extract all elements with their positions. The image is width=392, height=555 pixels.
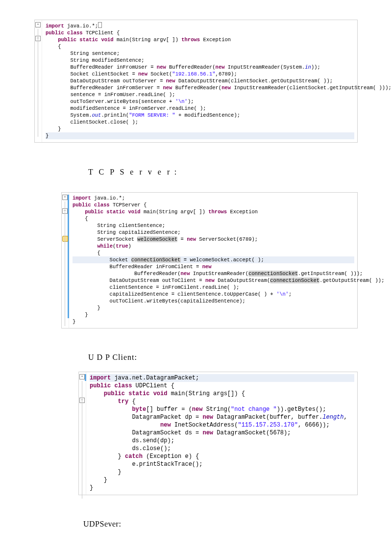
warning-icon bbox=[62, 236, 68, 242]
code-line: import java.net.DatagramPacket; bbox=[90, 374, 354, 382]
code-line: new InetSocketAddress("115.157.253.170",… bbox=[90, 421, 354, 429]
code-line: } bbox=[46, 132, 354, 139]
code-line: try { bbox=[90, 398, 354, 405]
heading-udpclient: U D P Client: bbox=[88, 353, 358, 362]
code-line: e.printStackTrace(); bbox=[90, 460, 354, 468]
heading-udpserver: UDPSever: bbox=[83, 520, 358, 529]
code-line: String modifiedSentence; bbox=[46, 57, 354, 64]
code-line: Socket connectionSocket = welcomeSocket.… bbox=[73, 256, 354, 263]
code-line: String clientSentence; bbox=[73, 222, 354, 229]
code-panel-udpclient: + − import java.net.DatagramPacket;publi… bbox=[78, 372, 358, 495]
code-line: outToServer.writeBytes(sentence + '\n'); bbox=[46, 98, 354, 105]
code-line: import java.io.*; bbox=[46, 22, 354, 29]
heading-tcpserver: T C P S e r v e r： bbox=[88, 167, 358, 177]
code-line: } bbox=[90, 468, 354, 476]
code-line: System.out.println("FORM SERVER: " + mod… bbox=[46, 112, 354, 119]
code-line: ds.close(); bbox=[90, 445, 354, 453]
code-line: public class UDPClient { bbox=[90, 382, 354, 390]
code-block-3: import java.net.DatagramPacket;public cl… bbox=[79, 372, 357, 495]
code-line: } bbox=[73, 304, 354, 311]
code-panel-tcpclient: + − import java.io.*;public class TCPCli… bbox=[34, 20, 358, 143]
code-block-2: import java.io.*;public class TCPServer … bbox=[62, 193, 357, 328]
code-line: public class TCPClient { bbox=[46, 29, 354, 36]
fold-plus-icon[interactable]: + bbox=[79, 374, 85, 379]
code-line: while(true) bbox=[73, 243, 354, 250]
code-line: byte[] buffer = (new String("not change … bbox=[90, 405, 354, 413]
code-line: modifiedSentence = inFromServer.readLine… bbox=[46, 105, 354, 112]
code-line: } bbox=[73, 311, 354, 318]
code-line: } bbox=[90, 484, 354, 492]
code-line: String capitalizedSentence; bbox=[73, 229, 354, 236]
code-line: import java.io.*; bbox=[73, 195, 354, 202]
code-line: } bbox=[90, 476, 354, 484]
code-line: DatagramPacket dp = new DatagramPacket(b… bbox=[90, 413, 354, 421]
code-line: outToClient.writeBytes(capitalizedSenten… bbox=[73, 298, 354, 304]
code-line: BufferedReader(new InputStreamReader(con… bbox=[73, 270, 354, 277]
code-line: { bbox=[73, 215, 354, 222]
code-line: DataOutputStream outToServer = new DataO… bbox=[46, 77, 354, 84]
code-line: public class TCPServer { bbox=[73, 202, 354, 208]
code-line: public static void main(String argv[ ]) … bbox=[46, 36, 354, 43]
code-line: { bbox=[73, 250, 354, 256]
code-line: capitalizedSentence = clientSentence.toU… bbox=[73, 291, 354, 298]
code-line: clientSocket.close( ); bbox=[46, 119, 354, 126]
document-page: + − import java.io.*;public class TCPCli… bbox=[0, 0, 392, 555]
code-panel-tcpserver: + − import java.io.*;public class TCPSer… bbox=[61, 192, 358, 328]
code-line: Socket clientSocket = new Socket("192.16… bbox=[46, 71, 354, 77]
code-line: clientSentence = inFromCilent.readLine( … bbox=[73, 284, 354, 291]
code-line: sentence = inFromUser.readLine( ); bbox=[46, 91, 354, 98]
code-line: public static void main(String args[]) { bbox=[90, 390, 354, 398]
code-line: DatagramSocket ds = new DatagramSocket(5… bbox=[90, 429, 354, 437]
code-line: String sentence; bbox=[46, 50, 354, 57]
code-line: ServerSocket welcomeSocket = new ServerS… bbox=[73, 236, 354, 243]
fold-plus-icon[interactable]: + bbox=[35, 22, 41, 27]
code-line: } catch (Exception e) { bbox=[90, 453, 354, 460]
code-line: BufferedReader inFromUser = new Buffered… bbox=[46, 64, 354, 71]
gutter: + − bbox=[79, 372, 86, 495]
code-line: public static void main(String argv[ ]) … bbox=[73, 208, 354, 215]
code-line: } bbox=[73, 318, 354, 325]
code-line: ds.send(dp); bbox=[90, 437, 354, 445]
fold-plus-icon[interactable]: + bbox=[62, 195, 68, 200]
code-line: BufferedReader inFromCilent = new bbox=[73, 263, 354, 270]
code-line: } bbox=[46, 126, 354, 132]
gutter: + − bbox=[35, 20, 42, 142]
gutter: + − bbox=[62, 193, 69, 328]
collapsed-fold-box bbox=[98, 22, 102, 28]
code-line: { bbox=[46, 43, 354, 50]
code-block-1: import java.io.*;public class TCPClient … bbox=[35, 20, 357, 142]
code-line: BufferedReader inFromServer = new Buffer… bbox=[46, 84, 354, 91]
code-line: DataOutputStream outToClient = new DataO… bbox=[73, 277, 354, 284]
